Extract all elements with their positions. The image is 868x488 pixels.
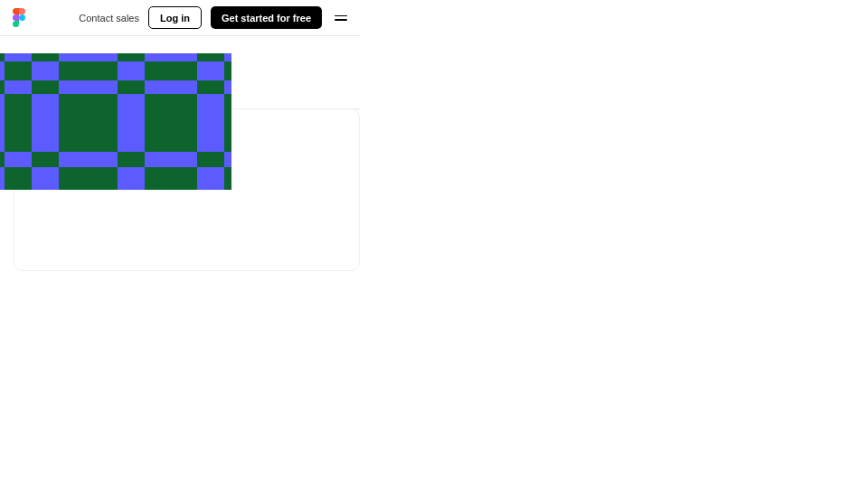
contact-sales-link[interactable]: Contact sales <box>79 13 139 23</box>
svg-rect-9 <box>0 53 5 61</box>
get-started-button[interactable]: Get started for free <box>211 6 322 29</box>
svg-rect-17 <box>0 152 5 167</box>
svg-rect-2 <box>0 53 5 190</box>
svg-rect-11 <box>118 53 145 61</box>
svg-rect-4 <box>118 53 145 190</box>
svg-rect-3 <box>32 53 59 190</box>
svg-rect-5 <box>197 53 224 190</box>
svg-rect-15 <box>118 80 145 94</box>
svg-rect-12 <box>197 53 224 61</box>
svg-rect-16 <box>197 80 224 94</box>
menu-icon[interactable] <box>335 12 347 24</box>
svg-rect-14 <box>32 80 59 94</box>
svg-rect-10 <box>32 53 59 61</box>
login-button[interactable]: Log in <box>148 6 202 29</box>
site-header: Contact sales Log in Get started for fre… <box>0 0 360 36</box>
svg-rect-20 <box>197 152 224 167</box>
svg-rect-19 <box>118 152 145 167</box>
figma-logo[interactable] <box>13 8 25 27</box>
svg-rect-18 <box>32 152 59 167</box>
plaid-pattern-image <box>0 53 231 190</box>
svg-point-0 <box>19 14 25 21</box>
header-nav: Contact sales Log in Get started for fre… <box>79 6 347 29</box>
svg-rect-13 <box>0 80 5 94</box>
